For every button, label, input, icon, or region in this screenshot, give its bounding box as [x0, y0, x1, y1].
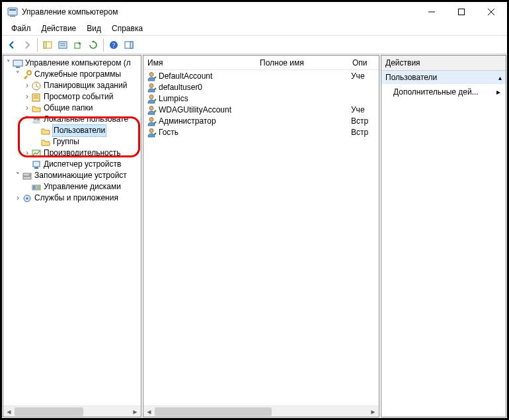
user-icon — [146, 71, 157, 81]
col-desc[interactable]: Опи — [348, 56, 379, 69]
user-name: Гость — [159, 128, 178, 137]
list-row[interactable]: WDAGUtilityAccountУче — [143, 104, 379, 115]
export-button[interactable] — [71, 38, 85, 52]
tree-root[interactable]: Управление компьютером (л — [5, 58, 141, 69]
properties-button[interactable] — [56, 38, 70, 52]
user-name: WDAGUtilityAccount — [159, 105, 231, 114]
user-name: Администратор — [159, 116, 216, 126]
users-group-icon — [31, 114, 42, 125]
close-button[interactable] — [476, 3, 506, 22]
tree-disk-management[interactable]: Управление дисками — [5, 181, 141, 192]
menu-action[interactable]: Действие — [36, 22, 82, 34]
app-icon — [7, 7, 18, 17]
maximize-button[interactable] — [446, 3, 476, 22]
svg-rect-1 — [10, 16, 15, 17]
tree-groups[interactable]: Группы — [5, 136, 141, 147]
svg-point-41 — [149, 83, 153, 87]
col-fullname[interactable]: Полное имя — [256, 56, 348, 69]
list-row[interactable]: Lumpics — [143, 93, 379, 104]
help-button[interactable]: ? — [106, 38, 121, 52]
svg-rect-9 — [59, 42, 67, 48]
svg-point-39 — [26, 197, 28, 199]
title-bar: Управление компьютером — [2, 2, 507, 22]
list-row[interactable]: DefaultAccountУче — [143, 70, 379, 81]
user-icon — [146, 116, 157, 126]
menu-help[interactable]: Справка — [106, 22, 148, 34]
svg-point-42 — [149, 95, 153, 99]
svg-point-27 — [37, 117, 40, 120]
list-body[interactable]: DefaultAccountУчеdefaultuser0LumpicsWDAG… — [143, 70, 379, 405]
list-panel: Имя Полное имя Опи DefaultAccountУчеdefa… — [143, 55, 379, 417]
svg-point-19 — [27, 71, 31, 75]
svg-rect-0 — [8, 8, 17, 15]
window-title: Управление компьютером — [22, 7, 416, 17]
minimize-button[interactable] — [416, 3, 446, 22]
computer-icon — [13, 58, 23, 69]
list-row[interactable]: defaultuser0 — [143, 81, 379, 93]
col-name[interactable]: Имя — [143, 56, 256, 69]
svg-rect-18 — [16, 67, 20, 68]
svg-rect-30 — [33, 161, 40, 167]
toolbar: ? — [2, 36, 507, 54]
show-hide-tree-button[interactable] — [40, 38, 55, 52]
tree-task-scheduler[interactable]: Планировщик заданий — [5, 80, 141, 91]
user-desc: Встр — [348, 116, 379, 126]
menu-file[interactable]: Файл — [6, 22, 36, 34]
storage-icon — [22, 171, 32, 181]
nav-forward-button[interactable] — [20, 38, 34, 52]
actions-panel: Действия Пользователи ▴ Дополнительные д… — [381, 55, 506, 417]
event-log-icon — [31, 92, 42, 103]
folder-icon — [40, 126, 51, 136]
svg-rect-36 — [33, 186, 36, 189]
user-name: defaultuser0 — [159, 83, 202, 92]
user-desc: Уче — [348, 71, 379, 81]
tree-device-manager[interactable]: Диспетчер устройств — [5, 159, 141, 170]
tree-panel: Управление компьютером (л Служебные прог… — [3, 55, 141, 417]
tree-services-apps[interactable]: Службы и приложения — [5, 192, 141, 204]
svg-rect-28 — [32, 120, 40, 124]
list-row[interactable]: АдминистраторВстр — [143, 115, 379, 126]
actions-context-heading[interactable]: Пользователи ▴ — [381, 71, 506, 85]
list-h-scrollbar[interactable]: ◄► — [143, 405, 379, 417]
tools-icon — [22, 69, 32, 80]
actions-header: Действия — [381, 56, 506, 71]
clock-icon — [31, 81, 42, 91]
svg-point-26 — [34, 116, 37, 120]
device-manager-icon — [31, 159, 42, 170]
tree-system-tools[interactable]: Служебные программы — [5, 69, 141, 80]
menu-view[interactable]: Вид — [81, 22, 106, 34]
tree-h-scrollbar[interactable]: ◄► — [3, 405, 141, 417]
chevron-right-icon: ▸ — [496, 87, 500, 97]
tree-local-users-groups[interactable]: Локальные пользовате — [5, 114, 141, 125]
svg-point-44 — [149, 117, 153, 121]
list-header[interactable]: Имя Полное имя Опи — [143, 56, 379, 70]
user-name: Lumpics — [159, 94, 188, 103]
svg-point-40 — [149, 72, 153, 76]
tree-storage[interactable]: Запоминающие устройст — [5, 170, 141, 181]
svg-rect-17 — [13, 60, 22, 66]
svg-rect-31 — [34, 167, 38, 169]
folder-icon — [40, 137, 51, 147]
tree-event-viewer[interactable]: Просмотр событий — [5, 91, 141, 103]
svg-rect-2 — [9, 9, 16, 11]
tree-performance[interactable]: Производительность — [5, 147, 141, 159]
user-icon — [146, 82, 157, 93]
svg-rect-16 — [130, 42, 133, 48]
svg-rect-33 — [23, 177, 31, 179]
refresh-button[interactable] — [86, 38, 100, 52]
user-desc: Встр — [348, 128, 379, 137]
nav-back-button[interactable] — [5, 38, 19, 52]
tree-shared-folders[interactable]: Общие папки — [5, 103, 141, 114]
tree-users[interactable]: Пользователи — [5, 125, 141, 136]
actions-more[interactable]: Дополнительные дей... ▸ — [381, 85, 506, 99]
user-desc: Уче — [348, 105, 379, 114]
user-name: DefaultAccount — [159, 71, 212, 81]
action-pane-button[interactable] — [122, 38, 136, 52]
svg-point-34 — [29, 174, 30, 175]
services-icon — [22, 193, 32, 204]
performance-icon — [31, 148, 42, 159]
list-row[interactable]: ГостьВстр — [143, 126, 379, 138]
svg-rect-37 — [36, 186, 40, 189]
user-icon — [146, 127, 157, 138]
tree-view[interactable]: Управление компьютером (л Служебные прог… — [3, 56, 141, 405]
